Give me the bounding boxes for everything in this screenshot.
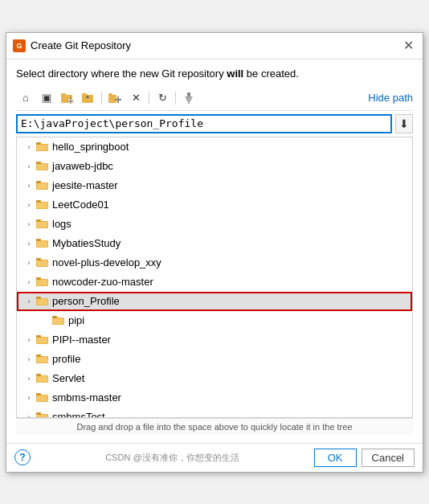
expand-arrow-icon[interactable]	[39, 315, 51, 326]
svg-rect-43	[52, 316, 57, 318]
tree-item[interactable]: › PIPI--master	[17, 330, 412, 350]
tree-item[interactable]: › smbmsTest	[17, 408, 412, 418]
tree-item[interactable]: › Servlet	[17, 369, 412, 388]
svg-rect-19	[36, 162, 41, 164]
status-text: Drag and drop a file into the space abov…	[76, 422, 352, 432]
tree-item-label: PIPI--master	[52, 334, 111, 346]
footer-buttons: OK Cancel	[314, 449, 415, 467]
tree-item-label: hello_springboot	[52, 141, 129, 153]
expand-arrow-icon[interactable]: ›	[23, 199, 35, 211]
svg-rect-55	[36, 393, 41, 395]
subtitle: Select directory where the new Git repos…	[16, 68, 413, 80]
svg-rect-56	[37, 395, 47, 401]
svg-rect-44	[53, 318, 63, 324]
expand-arrow-icon[interactable]: ›	[23, 296, 35, 307]
folder-up-button[interactable]	[79, 89, 98, 107]
svg-rect-49	[36, 354, 41, 357]
dialog-title: Create Git Repository	[31, 39, 395, 51]
help-button[interactable]: ?	[14, 449, 31, 465]
tree-item-label: smbmsTest	[52, 411, 105, 418]
svg-rect-37	[36, 277, 41, 280]
status-bar: Drag and drop a file into the space abov…	[16, 418, 413, 435]
expand-arrow-icon[interactable]: ›	[23, 412, 35, 418]
tree-item[interactable]: › nowcoder-zuo-master	[17, 272, 412, 292]
svg-rect-1	[61, 93, 66, 96]
tree-item-label: nowcoder-zuo-master	[52, 276, 153, 288]
tree-item[interactable]: › hello_springboot	[17, 137, 412, 157]
expand-arrow-icon[interactable]: ›	[23, 161, 35, 172]
svg-rect-22	[36, 181, 41, 183]
close-button[interactable]: ✕	[400, 38, 416, 54]
svg-rect-53	[37, 376, 47, 382]
folder-icon	[36, 199, 49, 210]
pin-button[interactable]	[179, 89, 198, 107]
tree-item[interactable]: › smbms-master	[17, 388, 412, 408]
svg-rect-26	[37, 203, 47, 208]
delete-button[interactable]: ✕	[126, 89, 145, 107]
expand-arrow-icon[interactable]: ›	[23, 373, 35, 384]
subtitle-bold: will	[227, 68, 243, 80]
create-git-repo-dialog: G Create Git Repository ✕ Select directo…	[6, 32, 423, 473]
svg-rect-9	[108, 93, 112, 96]
svg-rect-52	[36, 374, 41, 376]
svg-rect-16	[36, 142, 41, 145]
path-input[interactable]	[16, 114, 392, 133]
watermark-text: CSDN @没有准你，你想变的生活	[31, 452, 314, 464]
tree-item-label: MybatiesStudy	[52, 237, 121, 249]
tree-item[interactable]: › MybatiesStudy	[17, 234, 412, 253]
path-download-button[interactable]: ⬇	[395, 114, 413, 133]
tree-item[interactable]: pipi	[17, 311, 412, 330]
folder-icon	[36, 354, 49, 364]
folder-icon	[36, 141, 49, 152]
expand-arrow-icon[interactable]: ›	[23, 392, 35, 404]
folder-add-button[interactable]	[105, 89, 125, 107]
expand-arrow-icon[interactable]: ›	[23, 354, 35, 365]
svg-rect-47	[37, 338, 47, 343]
tree-item[interactable]: › person_Profile	[17, 292, 412, 311]
home-button[interactable]: ⌂	[16, 89, 35, 107]
hide-path-link[interactable]: Hide path	[368, 92, 413, 104]
expand-arrow-icon[interactable]: ›	[23, 257, 35, 268]
ok-button[interactable]: OK	[314, 449, 357, 467]
toolbar-separator-1	[101, 92, 102, 104]
expand-arrow-icon[interactable]: ›	[23, 334, 35, 346]
folder-icon	[52, 315, 65, 326]
file-tree[interactable]: › hello_springboot› javaweb-jdbc› jeesit…	[16, 137, 413, 418]
tree-item[interactable]: › javaweb-jdbc	[17, 157, 412, 176]
folder-icon	[36, 392, 49, 403]
svg-rect-32	[37, 241, 47, 247]
tree-item-label: jeesite-master	[52, 179, 118, 191]
dialog-footer: ? CSDN @没有准你，你想变的生活 OK Cancel	[6, 443, 423, 472]
folder-icon	[36, 161, 49, 171]
tree-item[interactable]: › novel-plus-develop_xxy	[17, 253, 412, 272]
cancel-button[interactable]: Cancel	[362, 449, 415, 467]
expand-arrow-icon[interactable]: ›	[23, 219, 35, 230]
tree-item-label: LeetCode01	[52, 199, 109, 211]
subtitle-plain: Select directory where the new Git repos…	[16, 68, 227, 80]
dialog-body: Select directory where the new Git repos…	[6, 59, 423, 443]
folder-icon	[36, 334, 49, 345]
subtitle-end: be created.	[243, 68, 299, 80]
svg-rect-20	[37, 164, 47, 170]
tree-item[interactable]: › logs	[17, 215, 412, 234]
expand-arrow-icon[interactable]: ›	[23, 277, 35, 288]
expand-arrow-icon[interactable]: ›	[23, 141, 35, 153]
tree-item[interactable]: › LeetCode01	[17, 195, 412, 215]
toolbar-separator-3	[175, 92, 176, 104]
svg-rect-50	[37, 357, 47, 363]
refresh-button[interactable]: ↻	[153, 89, 172, 107]
svg-rect-28	[36, 219, 41, 222]
tree-item[interactable]: › profile	[17, 350, 412, 369]
file-toolbar: ⌂ ▣	[16, 86, 413, 111]
folder-icon	[36, 180, 49, 191]
tree-item[interactable]: › jeesite-master	[17, 176, 412, 195]
expand-arrow-icon[interactable]: ›	[23, 180, 35, 191]
tree-item-label: pipi	[68, 314, 84, 326]
tree-item-label: person_Profile	[52, 295, 120, 307]
expand-arrow-icon[interactable]: ›	[23, 238, 35, 249]
svg-rect-29	[37, 222, 47, 227]
folder-new-button[interactable]	[58, 89, 77, 107]
desktop-button[interactable]: ▣	[37, 89, 56, 107]
svg-rect-34	[36, 258, 41, 260]
tree-item-label: profile	[52, 353, 80, 365]
